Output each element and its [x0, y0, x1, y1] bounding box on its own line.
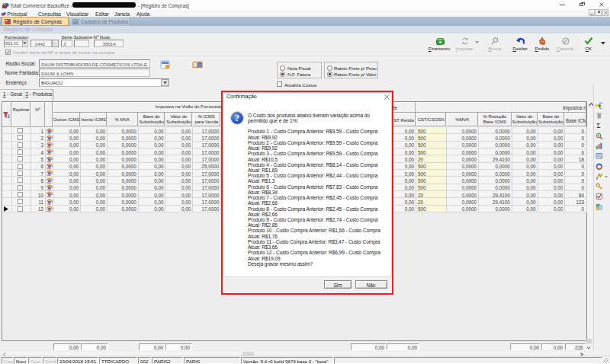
svg-text:Σ: Σ	[597, 122, 601, 129]
svg-text:?: ?	[235, 113, 239, 123]
